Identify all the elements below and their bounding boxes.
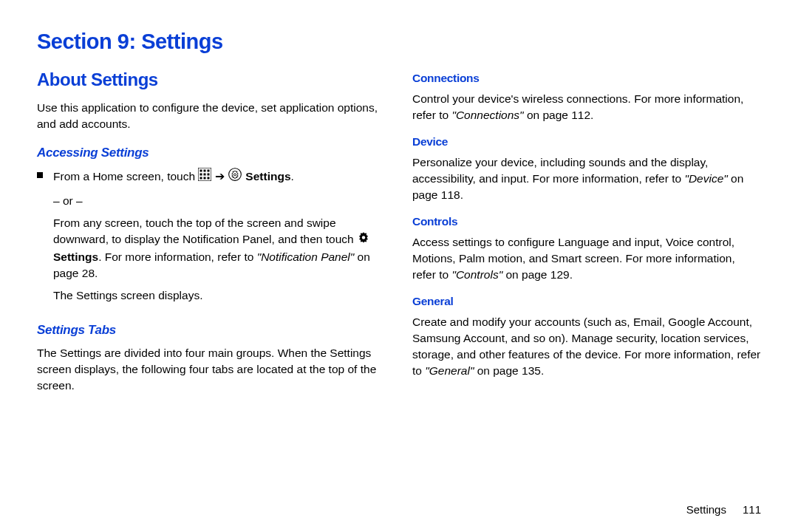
- svg-rect-8: [204, 177, 206, 180]
- step-arrow: ➔: [215, 170, 228, 183]
- notification-panel-ref: "Notification Panel": [257, 250, 355, 263]
- svg-rect-9: [208, 177, 210, 180]
- svg-rect-5: [204, 174, 206, 176]
- about-settings-heading: About Settings: [37, 67, 386, 92]
- accessing-step: From a Home screen, touch: [37, 168, 386, 310]
- general-heading: General: [412, 293, 761, 310]
- page-container: Section 9: Settings About Settings Use t…: [0, 0, 798, 532]
- step-prefix-text: From a Home screen, touch: [53, 170, 198, 183]
- general-page-ref: on page 135.: [474, 364, 544, 377]
- square-bullet-icon: [37, 172, 43, 178]
- right-column: Connections Control your device's wirele…: [412, 67, 761, 400]
- svg-rect-4: [200, 174, 202, 176]
- two-column-layout: About Settings Use this application to c…: [37, 67, 761, 400]
- svg-point-12: [362, 236, 366, 239]
- settings-gear-solid-icon: [357, 231, 370, 248]
- connections-heading: Connections: [412, 70, 761, 86]
- footer-page-number: 111: [743, 503, 761, 516]
- settings-tabs-body: The Settings are divided into four main …: [37, 345, 386, 394]
- svg-rect-6: [208, 174, 210, 176]
- connections-body: Control your device's wireless connectio…: [412, 91, 761, 123]
- section-title: Section 9: Settings: [37, 30, 761, 54]
- connections-page-ref: on page 112.: [524, 109, 594, 121]
- settings-screen-displays: The Settings screen displays.: [53, 287, 386, 304]
- settings-gear-outline-icon: [228, 167, 242, 186]
- controls-page-ref: on page 129.: [502, 268, 573, 281]
- svg-rect-3: [208, 170, 210, 172]
- from-any-part1: From any screen, touch the top of the sc…: [53, 216, 357, 245]
- about-settings-body: Use this application to configure the de…: [37, 100, 386, 132]
- apps-grid-icon: [198, 168, 211, 185]
- svg-rect-2: [204, 170, 206, 172]
- accessing-settings-heading: Accessing Settings: [37, 144, 386, 162]
- connections-ref: "Connections": [451, 109, 523, 121]
- from-any-part2: . For more information, refer to: [98, 250, 257, 263]
- device-ref: "Device": [684, 172, 727, 185]
- from-any-screen-text: From any screen, touch the top of the sc…: [53, 215, 386, 282]
- accessing-step-line1: From a Home screen, touch: [53, 168, 386, 187]
- svg-rect-7: [200, 177, 202, 180]
- general-ref: "General": [425, 364, 474, 377]
- controls-heading: Controls: [412, 214, 761, 230]
- from-any-settings-label: Settings: [53, 250, 98, 263]
- controls-body: Access settings to configure Language an…: [412, 234, 761, 283]
- settings-tabs-heading: Settings Tabs: [37, 321, 386, 339]
- general-body: Create and modify your accounts (such as…: [412, 314, 761, 379]
- controls-ref: "Controls": [451, 268, 502, 281]
- page-footer: Settings111: [686, 503, 761, 516]
- footer-section-label: Settings: [686, 503, 726, 516]
- step-period: .: [291, 170, 294, 183]
- or-separator: – or –: [53, 193, 386, 209]
- svg-rect-1: [200, 170, 202, 172]
- device-body-text: Personalize your device, including sound…: [412, 156, 708, 185]
- left-column: About Settings Use this application to c…: [37, 67, 386, 400]
- device-body: Personalize your device, including sound…: [412, 154, 761, 203]
- svg-point-11: [234, 174, 236, 176]
- step-settings-label: Settings: [245, 170, 290, 183]
- device-heading: Device: [412, 134, 761, 150]
- accessing-step-content: From a Home screen, touch: [53, 168, 386, 310]
